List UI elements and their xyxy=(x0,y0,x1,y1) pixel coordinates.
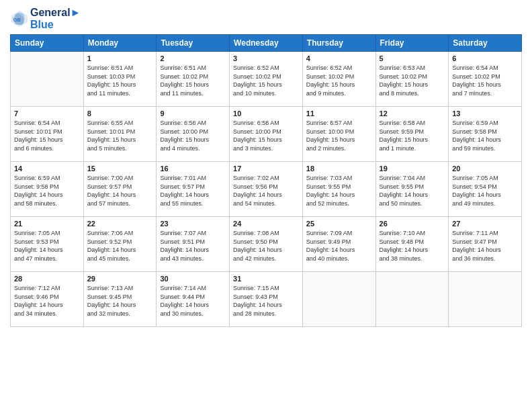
day-info: Sunrise: 6:55 AM Sunset: 10:01 PM Daylig… xyxy=(87,119,153,152)
day-info: Sunrise: 7:04 AM Sunset: 9:55 PM Dayligh… xyxy=(380,174,445,208)
calendar-cell: 1Sunrise: 6:51 AM Sunset: 10:03 PM Dayli… xyxy=(83,52,157,107)
day-info: Sunrise: 7:05 AM Sunset: 9:54 PM Dayligh… xyxy=(452,174,518,208)
day-number: 5 xyxy=(380,54,445,62)
calendar-cell: 19Sunrise: 7:04 AM Sunset: 9:55 PM Dayli… xyxy=(375,162,449,217)
day-number: 20 xyxy=(452,165,518,173)
calendar-cell xyxy=(11,52,84,107)
calendar-cell: 5Sunrise: 6:53 AM Sunset: 10:02 PM Dayli… xyxy=(375,52,449,107)
calendar-cell: 4Sunrise: 6:52 AM Sunset: 10:02 PM Dayli… xyxy=(302,52,375,107)
day-info: Sunrise: 7:14 AM Sunset: 9:44 PM Dayligh… xyxy=(160,284,226,318)
day-number: 12 xyxy=(380,109,445,118)
calendar-cell: 14Sunrise: 6:59 AM Sunset: 9:58 PM Dayli… xyxy=(11,162,84,217)
day-info: Sunrise: 6:59 AM Sunset: 9:58 PM Dayligh… xyxy=(452,119,518,152)
day-info: Sunrise: 7:08 AM Sunset: 9:50 PM Dayligh… xyxy=(233,229,299,263)
calendar-week-row: 21Sunrise: 7:05 AM Sunset: 9:53 PM Dayli… xyxy=(11,217,522,272)
day-info: Sunrise: 7:07 AM Sunset: 9:51 PM Dayligh… xyxy=(160,229,226,263)
day-info: Sunrise: 7:06 AM Sunset: 9:52 PM Dayligh… xyxy=(87,229,153,263)
calendar-cell: 23Sunrise: 7:07 AM Sunset: 9:51 PM Dayli… xyxy=(157,217,230,272)
day-number: 13 xyxy=(452,109,518,118)
logo-line2: Blue xyxy=(30,19,81,31)
calendar-cell: 3Sunrise: 6:52 AM Sunset: 10:02 PM Dayli… xyxy=(230,52,303,107)
calendar-week-row: 1Sunrise: 6:51 AM Sunset: 10:03 PM Dayli… xyxy=(11,52,522,107)
day-number: 19 xyxy=(380,165,445,173)
calendar-cell: 15Sunrise: 7:00 AM Sunset: 9:57 PM Dayli… xyxy=(83,162,157,217)
weekday-header: Wednesday xyxy=(230,35,303,52)
calendar-week-row: 7Sunrise: 6:54 AM Sunset: 10:01 PM Dayli… xyxy=(11,107,522,162)
calendar-cell: 25Sunrise: 7:09 AM Sunset: 9:49 PM Dayli… xyxy=(302,217,375,272)
day-info: Sunrise: 7:15 AM Sunset: 9:43 PM Dayligh… xyxy=(233,284,299,318)
calendar-cell: 13Sunrise: 6:59 AM Sunset: 9:58 PM Dayli… xyxy=(449,107,522,162)
calendar-week-row: 14Sunrise: 6:59 AM Sunset: 9:58 PM Dayli… xyxy=(11,162,522,217)
day-info: Sunrise: 6:51 AM Sunset: 10:03 PM Daylig… xyxy=(87,64,153,97)
day-info: Sunrise: 6:53 AM Sunset: 10:02 PM Daylig… xyxy=(380,64,445,97)
header: GB General► Blue xyxy=(10,7,522,30)
day-number: 31 xyxy=(233,275,299,283)
day-info: Sunrise: 7:10 AM Sunset: 9:48 PM Dayligh… xyxy=(380,229,445,263)
day-info: Sunrise: 7:01 AM Sunset: 9:57 PM Dayligh… xyxy=(160,174,226,208)
weekday-header: Saturday xyxy=(449,35,522,52)
calendar-cell: 22Sunrise: 7:06 AM Sunset: 9:52 PM Dayli… xyxy=(83,217,157,272)
day-info: Sunrise: 6:54 AM Sunset: 10:01 PM Daylig… xyxy=(14,119,80,152)
day-info: Sunrise: 6:52 AM Sunset: 10:02 PM Daylig… xyxy=(233,64,299,97)
day-number: 18 xyxy=(306,165,372,173)
calendar-cell: 24Sunrise: 7:08 AM Sunset: 9:50 PM Dayli… xyxy=(230,217,303,272)
calendar-cell: 20Sunrise: 7:05 AM Sunset: 9:54 PM Dayli… xyxy=(449,162,522,217)
calendar-cell: 16Sunrise: 7:01 AM Sunset: 9:57 PM Dayli… xyxy=(157,162,230,217)
day-info: Sunrise: 6:59 AM Sunset: 9:58 PM Dayligh… xyxy=(14,174,80,208)
day-info: Sunrise: 7:11 AM Sunset: 9:47 PM Dayligh… xyxy=(452,229,518,263)
day-number: 9 xyxy=(160,109,226,118)
calendar-cell xyxy=(375,272,449,327)
day-number: 14 xyxy=(14,165,80,173)
calendar-cell: 31Sunrise: 7:15 AM Sunset: 9:43 PM Dayli… xyxy=(230,272,303,327)
day-info: Sunrise: 6:57 AM Sunset: 10:00 PM Daylig… xyxy=(306,119,372,152)
calendar-cell: 11Sunrise: 6:57 AM Sunset: 10:00 PM Dayl… xyxy=(302,107,375,162)
weekday-header: Tuesday xyxy=(157,35,230,52)
day-info: Sunrise: 6:54 AM Sunset: 10:02 PM Daylig… xyxy=(452,64,518,97)
day-number: 25 xyxy=(306,220,372,228)
calendar-cell: 30Sunrise: 7:14 AM Sunset: 9:44 PM Dayli… xyxy=(157,272,230,327)
day-info: Sunrise: 6:56 AM Sunset: 10:00 PM Daylig… xyxy=(233,119,299,152)
weekday-header-row: SundayMondayTuesdayWednesdayThursdayFrid… xyxy=(11,35,522,52)
calendar-cell xyxy=(302,272,375,327)
svg-text:GB: GB xyxy=(13,16,21,22)
calendar-cell: 8Sunrise: 6:55 AM Sunset: 10:01 PM Dayli… xyxy=(83,107,157,162)
calendar-cell: 17Sunrise: 7:02 AM Sunset: 9:56 PM Dayli… xyxy=(230,162,303,217)
day-info: Sunrise: 7:13 AM Sunset: 9:45 PM Dayligh… xyxy=(87,284,153,318)
weekday-header: Monday xyxy=(83,35,157,52)
weekday-header: Friday xyxy=(375,35,449,52)
day-number: 24 xyxy=(233,220,299,228)
day-info: Sunrise: 7:05 AM Sunset: 9:53 PM Dayligh… xyxy=(14,229,80,263)
day-number: 3 xyxy=(233,54,299,62)
logo-line1: General► xyxy=(30,7,81,19)
day-number: 4 xyxy=(306,54,372,62)
calendar-cell: 27Sunrise: 7:11 AM Sunset: 9:47 PM Dayli… xyxy=(449,217,522,272)
day-number: 15 xyxy=(87,165,153,173)
calendar-cell: 21Sunrise: 7:05 AM Sunset: 9:53 PM Dayli… xyxy=(11,217,84,272)
day-number: 21 xyxy=(14,220,80,228)
day-number: 1 xyxy=(87,54,153,62)
day-number: 10 xyxy=(233,109,299,118)
day-info: Sunrise: 7:09 AM Sunset: 9:49 PM Dayligh… xyxy=(306,229,372,263)
day-info: Sunrise: 6:58 AM Sunset: 9:59 PM Dayligh… xyxy=(380,119,445,152)
day-number: 23 xyxy=(160,220,226,228)
calendar-cell xyxy=(449,272,522,327)
day-number: 28 xyxy=(14,275,80,283)
day-number: 26 xyxy=(380,220,445,228)
logo: GB General► Blue xyxy=(10,7,81,30)
calendar-cell: 10Sunrise: 6:56 AM Sunset: 10:00 PM Dayl… xyxy=(230,107,303,162)
day-info: Sunrise: 6:56 AM Sunset: 10:00 PM Daylig… xyxy=(160,119,226,152)
day-number: 2 xyxy=(160,54,226,62)
calendar-table: SundayMondayTuesdayWednesdayThursdayFrid… xyxy=(10,34,522,327)
day-number: 16 xyxy=(160,165,226,173)
day-info: Sunrise: 6:51 AM Sunset: 10:02 PM Daylig… xyxy=(160,64,226,97)
calendar-cell: 29Sunrise: 7:13 AM Sunset: 9:45 PM Dayli… xyxy=(83,272,157,327)
day-number: 6 xyxy=(452,54,518,62)
day-info: Sunrise: 6:52 AM Sunset: 10:02 PM Daylig… xyxy=(306,64,372,97)
calendar-week-row: 28Sunrise: 7:12 AM Sunset: 9:46 PM Dayli… xyxy=(11,272,522,327)
calendar-cell: 2Sunrise: 6:51 AM Sunset: 10:02 PM Dayli… xyxy=(157,52,230,107)
weekday-header: Sunday xyxy=(11,35,84,52)
calendar-cell: 18Sunrise: 7:03 AM Sunset: 9:55 PM Dayli… xyxy=(302,162,375,217)
weekday-header: Thursday xyxy=(302,35,375,52)
page: GB General► Blue SundayMondayTuesdayWedn… xyxy=(0,0,532,411)
calendar-cell: 12Sunrise: 6:58 AM Sunset: 9:59 PM Dayli… xyxy=(375,107,449,162)
